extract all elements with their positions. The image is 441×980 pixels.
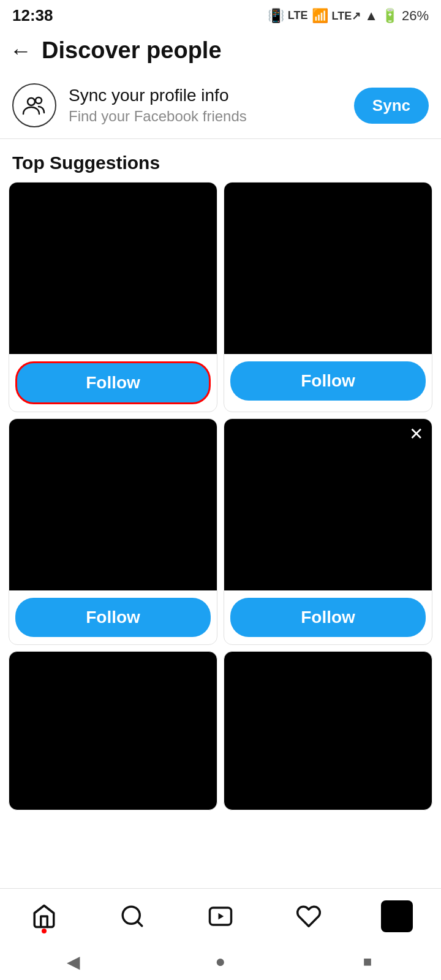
search-icon	[119, 903, 145, 929]
battery-level: 26%	[402, 8, 429, 24]
vibrate-icon: 📳	[268, 8, 284, 24]
home-dot-indicator	[42, 929, 47, 933]
suggestion-card-5	[9, 651, 217, 810]
suggestions-grid-row3	[0, 651, 441, 908]
page-header: ← Discover people	[0, 29, 441, 72]
system-back-button[interactable]: ◀	[61, 949, 86, 974]
suggestions-grid-row1: Follow Follow	[0, 182, 441, 412]
svg-point-1	[36, 97, 42, 104]
svg-point-0	[28, 98, 35, 105]
card-image-2	[224, 183, 432, 354]
suggestion-card-3: Follow	[9, 418, 217, 645]
back-button[interactable]: ←	[10, 38, 32, 64]
system-home-button[interactable]: ●	[208, 949, 233, 974]
heart-icon	[296, 903, 322, 929]
follow-button-2[interactable]: Follow	[230, 361, 426, 401]
sync-text-block: Sync your profile info Find your Faceboo…	[69, 86, 342, 125]
card-image-3	[9, 419, 217, 590]
lte2-icon: LTE↗	[332, 9, 361, 23]
suggestion-card-4: ✕ Follow	[224, 418, 432, 645]
system-home-icon: ●	[216, 952, 226, 971]
follow-button-4[interactable]: Follow	[230, 598, 426, 637]
wifi-icon: 📶	[312, 8, 328, 24]
close-card-button-4[interactable]: ✕	[406, 424, 426, 443]
suggestion-card-6	[224, 651, 432, 810]
battery-icon: 🔋	[382, 8, 398, 24]
sync-subtitle: Find your Facebook friends	[69, 108, 342, 125]
system-recent-button[interactable]: ■	[355, 949, 380, 974]
sync-title: Sync your profile info	[69, 86, 342, 105]
home-icon	[31, 903, 57, 929]
card-image-1	[9, 183, 217, 354]
system-recent-icon: ■	[363, 953, 372, 970]
system-back-icon: ◀	[67, 952, 80, 972]
video-icon	[208, 903, 233, 929]
page-title: Discover people	[42, 37, 222, 64]
signal-icon: ▲	[364, 8, 378, 24]
suggestions-grid-row2: Follow ✕ Follow	[0, 418, 441, 645]
people-icon	[22, 93, 47, 118]
sync-avatar-icon	[12, 83, 56, 127]
nav-profile[interactable]	[372, 898, 421, 935]
suggestion-card-2: Follow	[224, 182, 432, 412]
nav-home[interactable]	[20, 898, 69, 935]
svg-marker-5	[219, 913, 224, 919]
follow-button-1[interactable]: Follow	[15, 361, 211, 404]
sync-section: Sync your profile info Find your Faceboo…	[0, 72, 441, 139]
status-bar: 12:38 📳 LTE 📶 LTE↗ ▲ 🔋 26%	[0, 0, 441, 29]
system-navigation: ◀ ● ■	[0, 943, 441, 980]
suggestion-card-1: Follow	[9, 182, 217, 412]
profile-avatar	[381, 900, 413, 932]
status-icons: 📳 LTE 📶 LTE↗ ▲ 🔋 26%	[268, 8, 429, 24]
sync-button[interactable]: Sync	[354, 88, 429, 124]
top-suggestions-title: Top Suggestions	[0, 139, 441, 182]
svg-line-3	[137, 921, 142, 926]
status-time: 12:38	[12, 6, 53, 25]
bottom-navigation	[0, 888, 441, 943]
follow-button-3[interactable]: Follow	[15, 598, 211, 637]
lte-icon: LTE	[288, 9, 308, 22]
nav-likes[interactable]	[284, 898, 333, 935]
nav-search[interactable]	[108, 898, 157, 935]
nav-video[interactable]	[196, 898, 245, 935]
card-image-4	[224, 419, 432, 590]
